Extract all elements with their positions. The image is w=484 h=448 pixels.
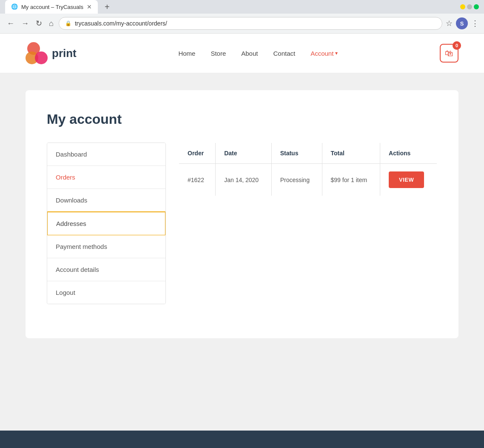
col-header-total: Total (322, 143, 380, 164)
cart-badge: 0 (453, 41, 461, 50)
logo-icon (26, 42, 48, 64)
sidebar-item-payment-methods[interactable]: Payment methods (47, 235, 165, 258)
order-status: Processing (271, 164, 322, 196)
browser-tab[interactable]: 🌐 My account – TryCasuals ✕ (5, 0, 98, 14)
account-card: My account Dashboard Orders Downloads Ad… (26, 90, 458, 338)
account-dropdown-arrow: ▾ (335, 50, 338, 56)
tab-favicon: 🌐 (11, 3, 18, 10)
browser-tab-bar: 🌐 My account – TryCasuals ✕ + (0, 0, 484, 14)
sidebar-item-downloads[interactable]: Downloads (47, 189, 165, 212)
orders-section: Order Date Status Total Actions #1622 Ja… (179, 143, 437, 196)
account-sidebar: Dashboard Orders Downloads Addresses Pay… (47, 143, 166, 304)
back-button[interactable]: ← (5, 17, 16, 30)
home-button[interactable]: ⌂ (47, 17, 55, 30)
sidebar-item-orders[interactable]: Orders (47, 166, 165, 189)
cart-icon: 🛍 (445, 49, 453, 58)
page-title: My account (47, 111, 437, 127)
order-number: #1622 (179, 164, 216, 196)
orders-table-body: #1622 Jan 14, 2020 Processing $99 for 1 … (179, 164, 437, 196)
nav-home[interactable]: Home (178, 50, 195, 57)
nav-about[interactable]: About (241, 50, 258, 57)
col-header-actions: Actions (380, 143, 437, 164)
order-total: $99 for 1 item (322, 164, 380, 196)
col-header-status: Status (271, 143, 322, 164)
new-tab-button[interactable]: + (101, 0, 113, 14)
sidebar-item-addresses[interactable]: Addresses (47, 211, 166, 236)
reload-button[interactable]: ↻ (34, 17, 44, 30)
logo-text: print (52, 47, 77, 60)
order-action[interactable]: VIEW (380, 164, 437, 196)
cart-button[interactable]: 🛍 0 (440, 44, 458, 63)
maximize-button[interactable] (474, 4, 479, 9)
orders-table-header: Order Date Status Total Actions (179, 143, 437, 164)
restore-button[interactable] (467, 4, 472, 9)
table-row: #1622 Jan 14, 2020 Processing $99 for 1 … (179, 164, 437, 196)
page-background: print Home Store About Contact Account ▾… (0, 34, 484, 431)
site-footer (0, 431, 484, 448)
account-layout: Dashboard Orders Downloads Addresses Pay… (47, 143, 437, 304)
browser-toolbar: ← → ↻ ⌂ 🔒 trycasuals.com/my-account/orde… (0, 14, 484, 33)
sidebar-item-logout[interactable]: Logout (47, 281, 165, 304)
sidebar-item-account-details[interactable]: Account details (47, 258, 165, 281)
site-nav: Home Store About Contact Account ▾ (178, 50, 338, 57)
profile-avatar[interactable]: S (456, 17, 468, 29)
nav-account[interactable]: Account ▾ (310, 50, 338, 57)
nav-contact[interactable]: Contact (273, 50, 295, 57)
col-header-date: Date (216, 143, 271, 164)
tab-close-button[interactable]: ✕ (87, 3, 92, 10)
site-logo[interactable]: print (26, 42, 77, 64)
tab-title: My account – TryCasuals (21, 4, 83, 10)
address-bar[interactable]: 🔒 trycasuals.com/my-account/orders/ (59, 17, 442, 30)
view-order-button[interactable]: VIEW (389, 171, 424, 188)
nav-store[interactable]: Store (211, 50, 226, 57)
browser-chrome: 🌐 My account – TryCasuals ✕ + ← → ↻ ⌂ 🔒 … (0, 0, 484, 34)
forward-button[interactable]: → (20, 17, 31, 30)
url-text: trycasuals.com/my-account/orders/ (75, 20, 436, 27)
lock-icon: 🔒 (65, 20, 71, 26)
orders-table: Order Date Status Total Actions #1622 Ja… (179, 143, 437, 196)
order-date: Jan 14, 2020 (216, 164, 271, 196)
bookmark-icon[interactable]: ☆ (446, 19, 453, 28)
col-header-order: Order (179, 143, 216, 164)
browser-menu-button[interactable]: ⋮ (471, 19, 479, 28)
minimize-button[interactable] (460, 4, 465, 9)
site-header: print Home Store About Contact Account ▾… (0, 34, 484, 73)
main-content: My account Dashboard Orders Downloads Ad… (0, 73, 484, 355)
browser-toolbar-right: ☆ S ⋮ (446, 17, 479, 29)
sidebar-item-dashboard[interactable]: Dashboard (47, 143, 165, 166)
